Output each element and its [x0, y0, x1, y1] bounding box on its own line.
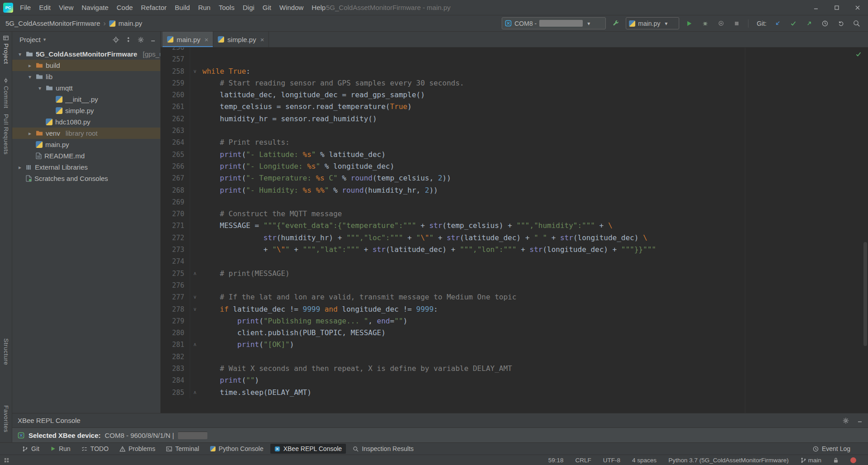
tool-window-toggle-icon[interactable] — [4, 457, 10, 463]
menu-edit[interactable]: Edit — [35, 0, 55, 15]
status-item-utf-8[interactable]: UTF-8 — [603, 457, 620, 464]
hide-panel-icon[interactable] — [150, 37, 156, 43]
code-line-281[interactable]: 281∧ print("[OK]") — [161, 339, 868, 351]
tree-item-build[interactable]: ▸build — [12, 60, 160, 71]
code-editor[interactable]: 256257258∨while True:259 # Start reading… — [161, 47, 868, 413]
status-item-4-spaces[interactable]: 4 spaces — [632, 457, 657, 464]
status-item-59-18[interactable]: 59:18 — [548, 457, 564, 464]
breadcrumb-item-5g-coldassetmonitorfirmware[interactable]: 5G_ColdAssetMonitorFirmware — [5, 19, 100, 27]
code-line-272[interactable]: 272 str(humidity_hr) + ""","loc":""" + "… — [161, 232, 868, 244]
code-line-277[interactable]: 277∨ # If the lat and lon are valid, tra… — [161, 291, 868, 303]
code-line-278[interactable]: 278∨ if latitude_dec != 9999 and longitu… — [161, 304, 868, 315]
collapse-all-icon[interactable] — [125, 37, 131, 43]
xbee-device-selector[interactable]: COM8 - ▾ — [502, 17, 606, 29]
menu-navigate[interactable]: Navigate — [77, 0, 112, 15]
stripe-item-project[interactable]: Project — [0, 35, 12, 64]
tree-item-scratches-and-consoles[interactable]: Scratches and Consoles — [12, 173, 160, 184]
tree-item-readme-md[interactable]: README.md — [12, 150, 160, 161]
tool-window-button-terminal[interactable]: Terminal — [162, 444, 203, 454]
code-line-258[interactable]: 258∨while True: — [161, 66, 868, 77]
tool-window-button-inspection-results[interactable]: Inspection Results — [349, 444, 417, 454]
project-panel-title[interactable]: Project — [19, 36, 41, 43]
gear-icon[interactable] — [138, 37, 144, 43]
code-line-264[interactable]: 264 # Print results: — [161, 137, 868, 148]
code-line-260[interactable]: 260 latitude_dec, longitude_dec = read_g… — [161, 89, 868, 101]
tree-item-init-py[interactable]: __init__.py — [12, 94, 160, 105]
history-button[interactable] — [819, 18, 831, 29]
lock-icon[interactable] — [833, 457, 839, 463]
breadcrumb-item-main-py[interactable]: main.py — [119, 19, 143, 27]
menu-file[interactable]: File — [16, 0, 35, 15]
selected-device-row[interactable]: Selected XBee device: COM8 - 9600/8/N/1/… — [12, 427, 868, 443]
run-configuration-selector[interactable]: main.py ▾ — [626, 17, 679, 29]
tool-window-button-event-log[interactable]: Event Log — [809, 444, 854, 454]
debug-button[interactable] — [699, 18, 711, 29]
fold-marker-icon[interactable]: ∧ — [190, 387, 200, 399]
ide-error-indicator[interactable] — [850, 457, 856, 463]
minimize-button[interactable] — [806, 0, 826, 15]
close-icon[interactable]: × — [205, 36, 209, 43]
chevron-down-icon[interactable]: ▾ — [43, 37, 46, 43]
code-line-266[interactable]: 266 print("- Longitude: %s" % longitude_… — [161, 161, 868, 172]
stripe-item-commit[interactable]: Commit — [0, 78, 12, 109]
code-line-284[interactable]: 284 print("") — [161, 375, 868, 386]
tool-window-button-xbee-repl-console[interactable]: XBee REPL Console — [270, 444, 346, 454]
chevron-right-icon[interactable]: ▸ — [17, 164, 23, 171]
menu-code[interactable]: Code — [112, 0, 137, 15]
tool-window-button-todo[interactable]: TODO — [77, 444, 113, 454]
tree-item-lib[interactable]: ▾lib — [12, 71, 160, 82]
fold-marker-icon[interactable]: ∨ — [190, 291, 200, 303]
tool-window-button-python-console[interactable]: Python Console — [206, 444, 268, 454]
run-button[interactable] — [683, 18, 695, 29]
menu-run[interactable]: Run — [194, 0, 215, 15]
close-icon[interactable]: × — [260, 36, 264, 43]
tab-simple-py[interactable]: simple.py× — [213, 32, 269, 47]
chevron-down-icon[interactable]: ▾ — [27, 74, 33, 80]
code-line-256[interactable]: 256 — [161, 47, 868, 53]
hide-console-icon[interactable] — [857, 418, 863, 423]
fold-marker-icon[interactable]: ∨ — [190, 66, 200, 77]
tool-window-button-run[interactable]: Run — [46, 444, 75, 454]
maximize-button[interactable] — [826, 0, 847, 15]
tree-item-simple-py[interactable]: simple.py — [12, 105, 160, 116]
menu-refactor[interactable]: Refactor — [137, 0, 171, 15]
chevron-down-icon[interactable]: ▾ — [665, 20, 667, 27]
code-line-276[interactable]: 276 — [161, 280, 868, 291]
tree-item-venv[interactable]: ▸venvlibrary root — [12, 128, 160, 139]
menu-build[interactable]: Build — [171, 0, 194, 15]
fold-marker-icon[interactable]: ∨ — [190, 304, 200, 315]
stripe-item-structure[interactable]: Structure — [0, 338, 12, 365]
code-line-257[interactable]: 257 — [161, 53, 868, 65]
code-line-274[interactable]: 274 — [161, 256, 868, 267]
fold-marker-icon[interactable]: ∧ — [190, 339, 200, 351]
code-line-273[interactable]: 273 + "\"" + ""","lat":""" + str(latitud… — [161, 244, 868, 256]
code-line-269[interactable]: 269 — [161, 196, 868, 208]
inspection-ok-icon[interactable] — [855, 51, 862, 57]
profile-button[interactable] — [715, 18, 727, 29]
close-button[interactable] — [847, 0, 868, 15]
tree-item-5g-coldassetmonitorfirmware[interactable]: ▾5G_ColdAssetMonitorFirmware[gps_uart — [12, 48, 160, 60]
git-push-button[interactable] — [803, 18, 815, 29]
code-line-282[interactable]: 282 — [161, 351, 868, 363]
chevron-down-icon[interactable]: ▾ — [17, 51, 23, 57]
code-line-279[interactable]: 279 print("Publishing message... ", end=… — [161, 315, 868, 327]
menu-tools[interactable]: Tools — [215, 0, 239, 15]
xbee-configure-button[interactable] — [610, 18, 622, 29]
vertical-scrollbar[interactable] — [863, 242, 867, 346]
tool-window-button-problems[interactable]: Problems — [115, 444, 159, 454]
tree-item-hdc1080-py[interactable]: hdc1080.py — [12, 116, 160, 128]
git-commit-button[interactable] — [787, 18, 799, 29]
tree-item-main-py[interactable]: main.py — [12, 139, 160, 150]
locate-file-icon[interactable] — [113, 37, 119, 43]
chevron-right-icon[interactable]: ▸ — [27, 130, 33, 137]
code-line-263[interactable]: 263 — [161, 125, 868, 137]
chevron-down-icon[interactable]: ▾ — [587, 20, 590, 27]
status-item-python-3-7-5g-coldassetmonitorfirmware[interactable]: Python 3.7 (5G_ColdAssetMonitorFirmware) — [668, 457, 789, 464]
menu-digi[interactable]: Digi — [239, 0, 259, 15]
git-update-button[interactable] — [772, 18, 783, 29]
fold-marker-icon[interactable]: ∧ — [190, 268, 200, 280]
gear-icon[interactable] — [843, 418, 849, 424]
code-line-265[interactable]: 265 print("- Latitude: %s" % latitude_de… — [161, 149, 868, 161]
tool-window-button-git[interactable]: Git — [18, 444, 43, 454]
tree-item-umqtt[interactable]: ▾umqtt — [12, 82, 160, 94]
